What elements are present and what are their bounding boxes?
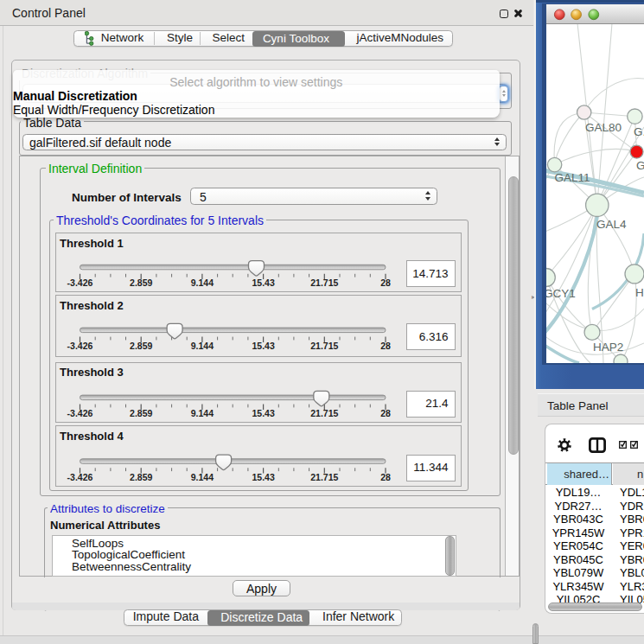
svg-text:2.859: 2.859 — [130, 341, 152, 351]
svg-text:21.715: 21.715 — [310, 277, 338, 288]
svg-text:28: 28 — [380, 472, 391, 482]
svg-text:9.144: 9.144 — [190, 277, 213, 288]
svg-text:21.715: 21.715 — [310, 408, 338, 418]
svg-text:G: G — [636, 159, 644, 172]
svg-text:28: 28 — [380, 408, 391, 418]
svg-text:2.859: 2.859 — [130, 277, 152, 288]
svg-text:2.859: 2.859 — [130, 472, 152, 482]
svg-text:28: 28 — [380, 341, 391, 351]
svg-text:GAL80: GAL80 — [585, 121, 622, 134]
svg-text:28: 28 — [380, 277, 391, 288]
svg-text:GCY1: GCY1 — [546, 287, 576, 300]
svg-text:21.715: 21.715 — [310, 472, 338, 482]
svg-text:15.43: 15.43 — [252, 408, 274, 418]
svg-text:15.43: 15.43 — [252, 472, 274, 482]
svg-text:G.: G. — [634, 125, 644, 138]
svg-text:-3.426: -3.426 — [67, 472, 92, 482]
svg-text:-3.426: -3.426 — [67, 408, 92, 418]
svg-text:2.859: 2.859 — [130, 408, 152, 418]
svg-text:15.43: 15.43 — [252, 341, 274, 351]
svg-text:H: H — [635, 286, 644, 299]
svg-text:15.43: 15.43 — [252, 277, 274, 288]
svg-text:21.715: 21.715 — [310, 341, 338, 351]
svg-text:HAP2: HAP2 — [593, 341, 623, 354]
svg-text:9.144: 9.144 — [190, 408, 213, 418]
svg-text:9.144: 9.144 — [190, 472, 213, 482]
svg-text:9.144: 9.144 — [190, 341, 213, 351]
svg-text:-3.426: -3.426 — [67, 341, 92, 351]
svg-text:GAL11: GAL11 — [555, 171, 590, 184]
svg-text:-3.426: -3.426 — [67, 277, 92, 288]
svg-text:GAL4: GAL4 — [596, 218, 627, 231]
